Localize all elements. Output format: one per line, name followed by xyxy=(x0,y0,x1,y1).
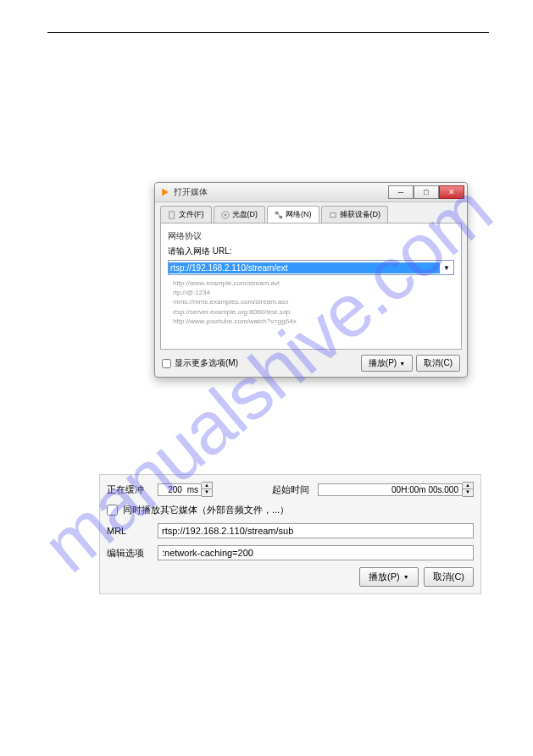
minimize-button[interactable]: ─ xyxy=(388,185,414,199)
example-line: mms://mms.examples.com/stream.asx xyxy=(173,297,454,306)
url-input-value[interactable]: rtsp://192.168.2.110/stream/ext xyxy=(169,262,440,273)
example-line: rtp://@:1234 xyxy=(173,288,454,297)
mrl-label: MRL xyxy=(107,526,158,536)
dialog-body: 网络协议 请输入网络 URL: rtsp://192.168.2.110/str… xyxy=(160,223,462,350)
dialog-footer: 显示更多选项(M) 播放(P) ▼ 取消(C) xyxy=(155,350,467,377)
file-icon xyxy=(168,211,176,219)
dialog-title: 打开媒体 xyxy=(174,186,388,198)
example-line: http://www.example.com/stream.avi xyxy=(173,279,454,288)
chevron-down-icon[interactable]: ▼ xyxy=(399,361,405,367)
spin-buttons: ▲ ▼ xyxy=(202,482,213,497)
cancel-button[interactable]: 取消(C) xyxy=(416,355,460,372)
sync-play-checkbox[interactable]: 同时播放其它媒体（外部音频文件，...） xyxy=(107,504,474,516)
network-icon xyxy=(275,211,283,219)
tab-capture[interactable]: 捕获设备(D) xyxy=(321,206,389,223)
tab-network[interactable]: 网络(N) xyxy=(267,206,319,223)
mrl-field[interactable]: rtsp://192.168.2.110/stream/sub xyxy=(158,523,474,538)
cancel-button[interactable]: 取消(C) xyxy=(424,567,474,587)
mrl-row: MRL rtsp://192.168.2.110/stream/sub xyxy=(107,523,474,538)
edit-options-row: 编辑选项 :network-caching=200 xyxy=(107,545,474,560)
play-button-label: 播放(P) xyxy=(369,571,400,583)
svg-point-2 xyxy=(224,213,226,216)
spin-up-icon[interactable]: ▲ xyxy=(463,483,473,489)
spin-down-icon[interactable]: ▼ xyxy=(202,489,212,496)
caching-row: 正在缓冲 200 ms ▲ ▼ 起始时间 00H:00m 00s.000 ▲ ▼ xyxy=(107,482,474,497)
network-group-title: 网络协议 xyxy=(168,230,454,242)
play-button[interactable]: 播放(P) ▼ xyxy=(359,567,419,587)
svg-rect-0 xyxy=(169,211,175,218)
tab-capture-label: 捕获设备(D) xyxy=(340,209,381,220)
edit-options-label: 编辑选项 xyxy=(107,547,158,560)
page-top-rule xyxy=(47,32,489,33)
caching-label: 正在缓冲 xyxy=(107,483,158,496)
tab-network-label: 网络(N) xyxy=(286,209,312,220)
advanced-options-panel: 正在缓冲 200 ms ▲ ▼ 起始时间 00H:00m 00s.000 ▲ ▼… xyxy=(99,474,481,594)
tab-disc[interactable]: 光盘(D) xyxy=(214,206,266,223)
start-time-label: 起始时间 xyxy=(272,483,318,496)
url-combobox[interactable]: rtsp://192.168.2.110/stream/ext ▼ xyxy=(168,260,454,275)
app-icon xyxy=(160,187,170,197)
example-line: rtsp://server.example.org:8080/test.sdp xyxy=(173,307,454,317)
sync-play-label: 同时播放其它媒体（外部音频文件，...） xyxy=(123,504,289,516)
chevron-down-icon[interactable]: ▼ xyxy=(440,264,453,272)
example-line: http://www.yourtube.com/watch?v=gg64x xyxy=(173,317,454,326)
url-label: 请输入网络 URL: xyxy=(168,246,454,257)
edit-options-field[interactable]: :network-caching=200 xyxy=(158,545,474,560)
capture-icon xyxy=(329,211,337,219)
play-button-label: 播放(P) xyxy=(369,357,397,369)
sync-play-check[interactable] xyxy=(107,505,118,516)
more-options-checkbox[interactable]: 显示更多选项(M) xyxy=(162,357,238,369)
svg-rect-5 xyxy=(330,212,336,217)
lower-footer: 播放(P) ▼ 取消(C) xyxy=(107,567,474,587)
tab-file[interactable]: 文件(F) xyxy=(160,206,212,223)
caching-spinbox[interactable]: 200 ms xyxy=(158,483,202,496)
chevron-down-icon[interactable]: ▼ xyxy=(403,574,409,580)
svg-rect-3 xyxy=(275,211,278,213)
footer-buttons: 播放(P) ▼ 取消(C) xyxy=(361,355,460,372)
spin-up-icon[interactable]: ▲ xyxy=(202,483,212,489)
caching-unit: ms xyxy=(187,485,198,494)
maximize-button[interactable]: □ xyxy=(414,185,439,199)
spin-buttons: ▲ ▼ xyxy=(463,482,474,497)
start-time-spinbox[interactable]: 00H:00m 00s.000 xyxy=(318,483,463,496)
more-options-label: 显示更多选项(M) xyxy=(175,357,238,369)
tab-disc-label: 光盘(D) xyxy=(232,209,258,220)
play-button[interactable]: 播放(P) ▼ xyxy=(361,355,413,372)
disc-icon xyxy=(221,211,230,219)
start-time-value: 00H:00m 00s.000 xyxy=(391,485,458,494)
more-options-check[interactable] xyxy=(162,359,171,368)
caching-value: 200 xyxy=(168,485,182,494)
close-button[interactable]: ✕ xyxy=(439,185,464,199)
tab-file-label: 文件(F) xyxy=(179,209,204,220)
titlebar: 打开媒体 ─ □ ✕ xyxy=(155,183,467,202)
window-buttons: ─ □ ✕ xyxy=(388,185,464,199)
svg-rect-4 xyxy=(280,215,282,218)
url-examples: http://www.example.com/stream.avi rtp://… xyxy=(168,279,454,326)
spin-down-icon[interactable]: ▼ xyxy=(463,489,473,496)
open-media-dialog: 打开媒体 ─ □ ✕ 文件(F) 光盘(D) 网络(N) 捕获设备(D) 网络协… xyxy=(154,182,468,378)
tab-strip: 文件(F) 光盘(D) 网络(N) 捕获设备(D) xyxy=(155,202,467,223)
